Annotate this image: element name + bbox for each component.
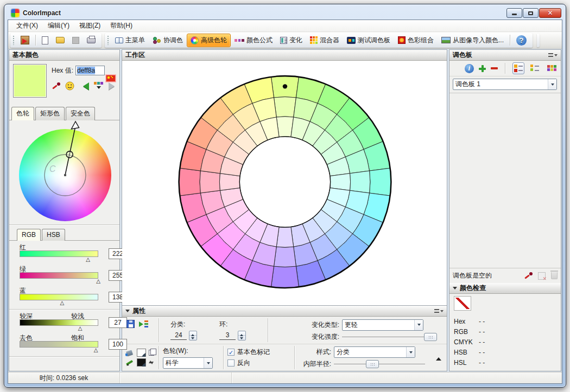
info-icon[interactable]: i xyxy=(465,64,474,73)
wheel-type-dropdown[interactable]: 科学 xyxy=(163,357,213,369)
toolbar-button-advanced-color-wheel[interactable]: 高级色轮 xyxy=(187,34,231,47)
inner-radius-slider[interactable] xyxy=(334,360,425,368)
pick-color-eyedropper-icon[interactable] xyxy=(524,272,533,280)
tab-rgb[interactable]: RGB xyxy=(17,229,41,241)
button-label: 色彩组合 xyxy=(408,36,434,45)
blue-slider-marker[interactable]: △ xyxy=(60,300,64,306)
toolbar-button-mixer[interactable]: 混合器 xyxy=(306,34,343,47)
properties-header[interactable]: 属性 xyxy=(122,306,447,317)
spin-down-icon[interactable] xyxy=(238,336,245,340)
remove-palette-icon[interactable] xyxy=(491,67,498,69)
reverse-checkbox-row[interactable]: 反向 xyxy=(227,358,250,368)
palette-color-list[interactable] xyxy=(449,93,561,268)
blue-slider[interactable] xyxy=(20,294,98,300)
saturation-slider-marker[interactable]: △ xyxy=(94,348,98,353)
base-color-swatch[interactable] xyxy=(13,64,47,98)
base-mark-checkbox[interactable]: ✓ xyxy=(227,349,235,356)
rings-value[interactable]: 3 xyxy=(219,331,236,340)
minimize-button[interactable] xyxy=(506,8,522,18)
save-button[interactable] xyxy=(68,35,83,46)
view-small-list-button[interactable] xyxy=(529,62,541,74)
hex-input[interactable]: deff8a xyxy=(75,66,105,75)
toolbar-button-import-from-image[interactable]: 从图像导入颜色... xyxy=(438,34,508,47)
apply-to-palette-icon[interactable] xyxy=(139,320,149,328)
slider-handle[interactable] xyxy=(366,360,379,368)
spin-up-icon[interactable] xyxy=(238,331,245,336)
fill-color-swatch[interactable] xyxy=(137,349,146,357)
no-color-swatch xyxy=(454,296,471,311)
clone-icon[interactable] xyxy=(149,350,154,356)
shade-slider-marker[interactable]: △ xyxy=(78,326,83,331)
print-button[interactable] xyxy=(83,35,99,46)
dropdown-arrow-icon xyxy=(207,362,210,366)
fill-bucket-icon[interactable] xyxy=(125,349,134,357)
smiley-icon[interactable] xyxy=(65,81,74,91)
title-bar[interactable]: ColorImpact ✕ xyxy=(8,4,562,20)
new-button[interactable] xyxy=(38,34,52,47)
menu-file[interactable]: 文件(X) xyxy=(11,20,43,31)
base-mark-checkbox-row[interactable]: ✓ 基本色标记 xyxy=(227,348,270,357)
forward-arrow-icon[interactable] xyxy=(109,82,118,90)
tab-color-wheel[interactable]: 色轮 xyxy=(11,107,34,120)
svg-text:C: C xyxy=(49,164,56,173)
reverse-checkbox[interactable] xyxy=(227,359,235,367)
dropdown-arrow-icon xyxy=(409,351,413,355)
menu-help[interactable]: 帮助(H) xyxy=(105,20,137,31)
view-grid-button[interactable] xyxy=(546,62,558,74)
green-slider[interactable] xyxy=(20,272,98,279)
advanced-color-wheel[interactable] xyxy=(122,61,447,305)
variation-strength-slider[interactable] xyxy=(342,333,433,341)
palette-selector-value: 调色板 1 xyxy=(455,80,480,89)
tab-safe-colors[interactable]: 安全色 xyxy=(66,107,95,120)
shade-value[interactable]: 27 xyxy=(109,317,127,328)
palette-selector-dropdown[interactable]: 调色板 1 xyxy=(453,79,557,90)
red-slider-marker[interactable]: △ xyxy=(86,257,90,262)
palette-menu-icon[interactable] xyxy=(548,52,558,58)
variation-type-dropdown[interactable]: 更轻 xyxy=(342,319,423,331)
green-slider-marker[interactable]: △ xyxy=(96,279,100,284)
toolbar-grip[interactable] xyxy=(107,35,109,45)
palette-colors-dropdown-icon[interactable] xyxy=(94,82,104,90)
classes-spinner[interactable]: 24 xyxy=(170,331,197,340)
slider-handle[interactable] xyxy=(424,333,437,341)
shade-slider[interactable] xyxy=(20,319,98,326)
toolbar-button-main-menu[interactable]: 主菜单 xyxy=(111,34,149,47)
close-button[interactable]: ✕ xyxy=(539,8,561,18)
add-palette-icon[interactable] xyxy=(479,65,486,72)
tab-hsb[interactable]: HSB xyxy=(42,229,65,241)
style-dropdown[interactable]: 分类 xyxy=(334,346,415,358)
toolbar-button-color-formulas[interactable]: 颜色公式 xyxy=(231,34,276,47)
toolbar-button-harmony-colors[interactable]: 协调色 xyxy=(149,34,187,47)
open-button[interactable] xyxy=(52,35,68,46)
outline-color-swatch[interactable] xyxy=(137,358,146,367)
swap-colors-icon[interactable] xyxy=(149,359,154,366)
maximize-button[interactable] xyxy=(523,8,539,18)
properties-menu-icon[interactable] xyxy=(434,308,444,314)
toolbar-button-color-combinations[interactable]: 色彩组合 xyxy=(394,34,438,47)
spin-down-icon[interactable] xyxy=(189,336,197,340)
collapse-panel-icon[interactable] xyxy=(436,355,441,361)
toolbar-grip[interactable] xyxy=(12,35,15,45)
color-inspect-header[interactable]: 颜色检查 xyxy=(449,283,561,294)
style-value: 分类 xyxy=(337,348,350,357)
trash-icon[interactable] xyxy=(551,272,558,279)
rings-spinner[interactable]: 3 xyxy=(219,331,246,340)
spin-up-icon[interactable] xyxy=(189,331,197,336)
exit-button[interactable] xyxy=(17,34,33,47)
saturation-value[interactable]: 100 xyxy=(109,339,127,350)
help-button[interactable]: ? xyxy=(512,33,530,48)
menu-view[interactable]: 视图(Z) xyxy=(74,20,105,31)
back-arrow-icon[interactable] xyxy=(79,82,89,90)
remove-color-icon[interactable] xyxy=(538,272,546,280)
tab-rectangular[interactable]: 矩形色 xyxy=(35,107,65,120)
menu-edit[interactable]: 编辑(Y) xyxy=(43,20,74,31)
save-scheme-icon[interactable] xyxy=(126,320,135,328)
toolbar-button-variations[interactable]: 变化 xyxy=(276,34,306,47)
outline-pencil-icon[interactable] xyxy=(125,359,134,367)
hue-picker-selector[interactable]: C xyxy=(19,120,111,222)
toolbar-button-test-palette[interactable]: 测试调色板 xyxy=(343,34,394,47)
eyedropper-icon[interactable] xyxy=(52,82,60,91)
classes-value[interactable]: 24 xyxy=(170,331,187,340)
saturation-slider[interactable] xyxy=(20,341,98,348)
view-large-list-button[interactable] xyxy=(512,62,524,74)
